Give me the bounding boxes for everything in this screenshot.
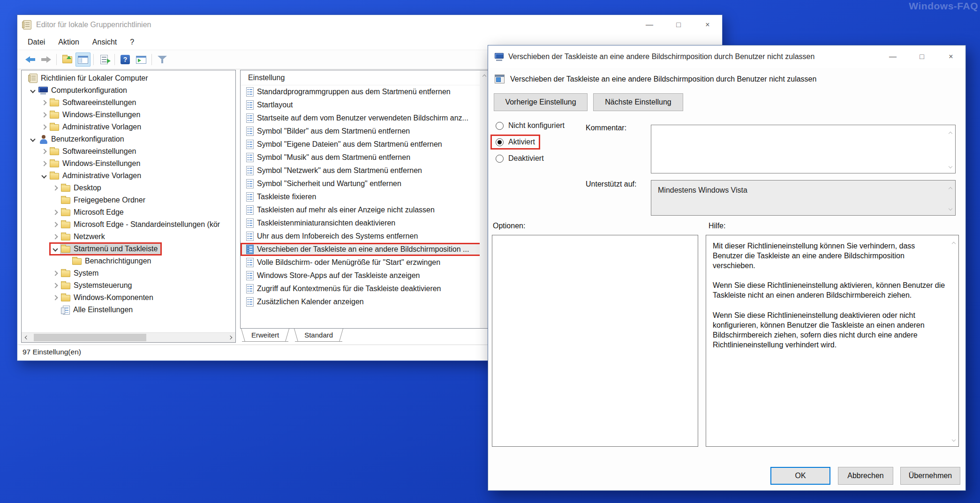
tree-item[interactable]: Startmenü und Taskleiste: [23, 243, 234, 255]
setting-item[interactable]: Symbol "Sicherheit und Wartung" entferne…: [241, 177, 489, 190]
setting-item[interactable]: Taskleiste fixieren: [241, 190, 489, 203]
previous-setting-button[interactable]: Vorherige Einstellung: [494, 93, 588, 111]
column-header-einstellung[interactable]: Einstellung: [241, 70, 489, 85]
menu-aktion[interactable]: Aktion: [52, 35, 85, 50]
apply-button[interactable]: Übernehmen: [900, 467, 960, 485]
tree-expander[interactable]: [39, 125, 49, 129]
tree-item[interactable]: Microsoft Edge - Standardeinstellungen (…: [23, 218, 234, 231]
tree-expander[interactable]: [51, 210, 60, 214]
tab-standard[interactable]: Standard: [295, 329, 342, 342]
tree-item-inner: Netzwerk: [51, 232, 108, 242]
tree-item[interactable]: Microsoft Edge: [23, 206, 234, 218]
tree-item[interactable]: Windows-Komponenten: [23, 292, 234, 304]
tree-item[interactable]: System: [23, 267, 234, 279]
tree-expander[interactable]: [39, 113, 49, 117]
dialog-minimize-button[interactable]: —: [878, 45, 907, 68]
setting-item[interactable]: Taskleisten auf mehr als einer Anzeige n…: [241, 203, 489, 217]
up-folder-icon[interactable]: [60, 53, 75, 67]
tree-item-core: Desktop: [60, 183, 104, 193]
minimize-button[interactable]: —: [635, 15, 664, 35]
tree-expander[interactable]: [51, 284, 60, 287]
radio-deaktiviert[interactable]: Deaktiviert: [492, 152, 548, 165]
tree-expander[interactable]: [51, 186, 60, 190]
setting-item[interactable]: Taskleistenminiaturansichten deaktiviere…: [241, 217, 489, 230]
help-panel[interactable]: Mit dieser Richtlinieneinstellung können…: [706, 235, 959, 447]
tree-item[interactable]: Softwareeinstellungen: [23, 145, 234, 158]
radio-nicht-konfiguriert[interactable]: Nicht konfiguriert: [492, 120, 568, 132]
setting-icon: [246, 87, 254, 97]
tab-erweitert[interactable]: Erweitert: [242, 329, 288, 342]
setting-item[interactable]: Symbol "Netzwerk" aus dem Startmenü entf…: [241, 164, 489, 177]
show-window-icon[interactable]: [134, 53, 149, 67]
setting-item[interactable]: Standardprogrammgruppen aus dem Startmen…: [241, 85, 489, 98]
menu-hilfe[interactable]: ?: [123, 35, 141, 50]
tree-expander[interactable]: [39, 174, 49, 178]
menu-datei[interactable]: Datei: [21, 35, 52, 50]
tree-item[interactable]: Windows-Einstellungen: [23, 158, 234, 170]
setting-item[interactable]: Startlayout: [241, 98, 489, 112]
help-icon[interactable]: [118, 53, 133, 67]
tree-expander[interactable]: [39, 150, 49, 153]
setting-item[interactable]: Zugriff auf Kontextmenüs für die Tasklei…: [241, 282, 489, 295]
tree-item[interactable]: Freigegebene Ordner: [23, 194, 234, 206]
tree-item[interactable]: Richtlinien für Lokaler Computer: [23, 72, 234, 84]
maximize-button[interactable]: □: [664, 15, 693, 35]
export-list-icon[interactable]: [97, 53, 112, 67]
setting-item[interactable]: Verschieben der Taskleiste an eine ander…: [241, 243, 489, 256]
setting-item[interactable]: Startseite auf dem vom Benutzer verwende…: [241, 112, 489, 125]
tree-item[interactable]: Softwareeinstellungen: [23, 97, 234, 109]
supported-on-box[interactable]: Mindestens Windows Vista: [651, 180, 956, 216]
tree-item-core: Administrative Vorlagen: [49, 171, 144, 181]
cancel-button[interactable]: Abbrechen: [838, 467, 893, 485]
tree-item-core: Computerkonfiguration: [38, 85, 130, 96]
setting-item[interactable]: Symbol "Eigene Dateien" aus dem Startmen…: [241, 138, 489, 151]
tree-expander[interactable]: [28, 137, 38, 141]
tree-item[interactable]: Benutzerkonfiguration: [23, 133, 234, 145]
tree-expander[interactable]: [51, 223, 60, 226]
tree-item[interactable]: Alle Einstellungen: [23, 304, 234, 316]
scroll-left-button[interactable]: [22, 336, 32, 339]
ok-button[interactable]: OK: [770, 467, 830, 485]
console-window-glyph: [78, 56, 88, 64]
dialog-maximize-button[interactable]: □: [907, 45, 936, 68]
tree-expander[interactable]: [28, 89, 38, 92]
user-icon: [38, 135, 48, 144]
setting-item[interactable]: Zusätzlichen Kalender anzeigen: [241, 295, 489, 308]
gpedit-window-title: Editor für lokale Gruppenrichtlinien: [36, 21, 151, 29]
console-tree-pane: Richtlinien für Lokaler ComputerComputer…: [21, 70, 236, 343]
scroll-right-button[interactable]: [225, 336, 235, 339]
close-button[interactable]: ×: [693, 15, 722, 35]
next-setting-button[interactable]: Nächste Einstellung: [593, 93, 683, 111]
tree-item[interactable]: Benachrichtigungen: [23, 255, 234, 267]
setting-item[interactable]: Windows Store-Apps auf der Taskleiste an…: [241, 269, 489, 282]
tree-expander[interactable]: [51, 296, 60, 300]
tree-expander[interactable]: [39, 162, 49, 165]
tree-item[interactable]: Systemsteuerung: [23, 279, 234, 292]
tree-item[interactable]: Computerkonfiguration: [23, 84, 234, 97]
console-window-icon[interactable]: [75, 53, 90, 67]
scrollbar-thumb[interactable]: [34, 334, 146, 341]
forward-icon[interactable]: [38, 53, 53, 67]
tree-item[interactable]: Desktop: [23, 182, 234, 194]
tree-horizontal-scrollbar[interactable]: [22, 332, 235, 342]
chevron-down-icon: [949, 165, 952, 168]
tree-item[interactable]: Netzwerk: [23, 231, 234, 243]
dialog-close-button[interactable]: ×: [936, 45, 965, 68]
radio-aktiviert[interactable]: Aktiviert: [492, 136, 539, 148]
tree-item[interactable]: Administrative Vorlagen: [23, 170, 234, 182]
tree-expander[interactable]: [51, 247, 60, 251]
tree-item[interactable]: Administrative Vorlagen: [23, 121, 234, 133]
menu-ansicht[interactable]: Ansicht: [86, 35, 123, 50]
setting-item[interactable]: Uhr aus dem Infobereich des Systems entf…: [241, 230, 489, 243]
setting-item[interactable]: Volle Bildschirm- oder Menügröße für "St…: [241, 256, 489, 269]
tree-expander[interactable]: [51, 235, 60, 239]
tree-expander[interactable]: [39, 101, 49, 105]
setting-item[interactable]: Symbol "Bilder" aus dem Startmenü entfer…: [241, 125, 489, 138]
comment-textarea[interactable]: [651, 125, 956, 173]
tree-expander[interactable]: [51, 271, 60, 275]
setting-item[interactable]: Symbol "Musik" aus dem Startmenü entfern…: [241, 151, 489, 164]
tree-item-core: Administrative Vorlagen: [49, 122, 144, 132]
filter-icon[interactable]: [155, 53, 170, 67]
tree-item[interactable]: Windows-Einstellungen: [23, 109, 234, 121]
back-icon[interactable]: [23, 53, 38, 67]
